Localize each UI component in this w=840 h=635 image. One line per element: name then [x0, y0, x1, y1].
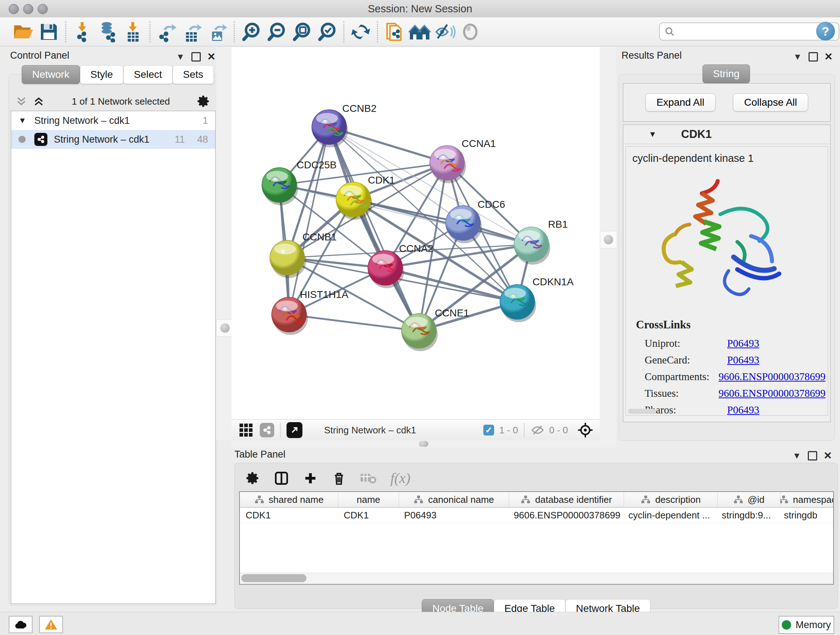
crosslink-link[interactable]: P06493: [727, 337, 759, 349]
share-document-button[interactable]: [382, 19, 407, 44]
grid-view-icon[interactable]: [240, 424, 253, 437]
export-image-button[interactable]: [205, 19, 230, 44]
birds-eye-icon[interactable]: [577, 422, 593, 438]
column-header-database-identifier[interactable]: database identifier: [509, 492, 624, 507]
left-splitter[interactable]: [216, 47, 232, 440]
control-panel-float-icon[interactable]: [191, 52, 201, 62]
column-header-description[interactable]: description: [624, 492, 718, 507]
show-columns-icon[interactable]: [274, 470, 289, 486]
right-splitter[interactable]: [600, 47, 616, 440]
refresh-view-button[interactable]: [348, 19, 373, 44]
tab-style[interactable]: Style: [80, 65, 123, 84]
edge-count: 48: [197, 134, 208, 145]
network-collection-label: String Network – cdk1: [34, 115, 130, 126]
table-cell: stringdb: [778, 508, 834, 523]
table-panel-menu-icon[interactable]: ▼: [793, 451, 801, 461]
collapse-all-button[interactable]: Collapse All: [733, 93, 808, 111]
table-row[interactable]: CDK1CDK1P064939606.ENSP00000378699cyclin…: [240, 508, 833, 523]
export-table-button[interactable]: [180, 19, 205, 44]
network-node-CDC6[interactable]: CDC6: [446, 199, 505, 243]
column-header-shared-name[interactable]: shared name: [240, 492, 338, 507]
results-panel-float-icon[interactable]: [808, 52, 818, 62]
network-node-RB1[interactable]: RB1: [514, 219, 568, 264]
splitter-handle-icon[interactable]: [419, 441, 428, 447]
table-panel-float-icon[interactable]: [808, 451, 817, 461]
tab-select[interactable]: Select: [123, 65, 172, 84]
export-table-icon: [182, 21, 202, 42]
results-panel-close-icon[interactable]: ✕: [824, 51, 833, 63]
search-input[interactable]: [679, 26, 834, 38]
column-header--id[interactable]: @id: [718, 492, 780, 507]
table-panel-close-icon[interactable]: ✕: [824, 450, 832, 462]
column-header-canonical-name[interactable]: canonical name: [399, 492, 509, 507]
network-selection-status: 1 of 1 Network selected: [45, 96, 197, 107]
column-header-name[interactable]: name: [338, 492, 399, 507]
zoom-selected-button[interactable]: [314, 19, 340, 44]
network-row[interactable]: String Network – cdk1 11 48: [11, 130, 215, 149]
network-node-CDKN1A[interactable]: CDKN1A: [500, 276, 574, 322]
show-details-gray-button[interactable]: [458, 19, 483, 44]
help-button[interactable]: ?: [816, 22, 835, 41]
network-edge-HIST1H1A-CCNE1[interactable]: [289, 315, 419, 331]
import-table-button[interactable]: [120, 19, 146, 44]
selected-checkbox-icon[interactable]: ✓: [483, 424, 494, 435]
node-label-HIST1H1A: HIST1H1A: [300, 289, 348, 300]
zoom-fit-icon: [291, 21, 312, 42]
string-view-icon[interactable]: [260, 423, 274, 437]
network-node-CCNB2[interactable]: CCNB2: [312, 103, 377, 147]
table-hscroll-thumb[interactable]: [241, 574, 306, 582]
hidden-eye-icon[interactable]: [531, 424, 545, 436]
open-file-button[interactable]: [11, 19, 36, 44]
network-collection-row[interactable]: ▼ String Network – cdk1 1: [11, 111, 215, 130]
import-network-icon: [72, 21, 93, 42]
gear-icon[interactable]: [197, 95, 210, 108]
control-panel-menu-icon[interactable]: ▼: [176, 52, 185, 62]
table-settings-gear-icon[interactable]: [246, 471, 260, 486]
crosslink-link[interactable]: 9606.ENSP00000378699: [718, 371, 826, 383]
splitter-handle-icon[interactable]: [604, 235, 613, 244]
control-panel-close-icon[interactable]: ✕: [207, 51, 216, 63]
protein-section-header[interactable]: ▼ CDK1: [623, 125, 830, 144]
zoom-fit-button[interactable]: [289, 19, 314, 44]
home-layout-button[interactable]: [407, 19, 432, 44]
expand-all-icon[interactable]: [33, 95, 45, 108]
import-database-button[interactable]: [95, 19, 120, 44]
horizontal-splitter[interactable]: [232, 440, 616, 448]
cloud-button[interactable]: [9, 616, 33, 633]
crosslink-link[interactable]: 9606.ENSP00000378699: [718, 387, 826, 399]
network-canvas[interactable]: CCNB2CCNA1CDC25BCDK1CDC6RB1CCNB1CCNA2CDK…: [232, 47, 600, 419]
results-scroll-thumb[interactable]: [628, 409, 656, 414]
network-node-CCNA1[interactable]: CCNA1: [430, 138, 496, 183]
crosslink-link[interactable]: P06493: [727, 354, 759, 366]
network-node-HIST1H1A[interactable]: HIST1H1A: [272, 289, 348, 335]
save-session-button[interactable]: [36, 19, 62, 44]
network-edge-CCNB2-CCNE1[interactable]: [329, 127, 419, 331]
tab-network[interactable]: Network: [22, 65, 80, 84]
splitter-handle-icon[interactable]: [220, 323, 230, 333]
memory-button[interactable]: Memory: [778, 616, 834, 634]
network-node-CDK1[interactable]: CDK1: [336, 174, 395, 220]
tree-expanded-icon[interactable]: ▼: [19, 116, 27, 125]
zoom-out-button[interactable]: [264, 19, 289, 44]
expand-all-button[interactable]: Expand All: [645, 93, 715, 111]
tab-sets[interactable]: Sets: [172, 65, 214, 84]
open-in-window-icon[interactable]: [286, 422, 302, 438]
import-network-button[interactable]: [70, 19, 95, 44]
node-label-CCNB1: CCNB1: [302, 231, 337, 242]
tab-string[interactable]: String: [703, 65, 750, 83]
results-panel-menu-icon[interactable]: ▼: [793, 52, 802, 62]
network-edge-CCNB2-HIST1H1A[interactable]: [289, 127, 329, 315]
delete-column-icon[interactable]: [332, 470, 346, 486]
add-column-icon[interactable]: [303, 470, 318, 486]
export-network-button[interactable]: [154, 19, 180, 44]
zoom-in-button[interactable]: [238, 19, 264, 44]
column-header-namespace[interactable]: namespace: [780, 492, 834, 507]
network-node-CCNB1[interactable]: CCNB1: [270, 231, 337, 278]
crosslink-link[interactable]: P06493: [727, 404, 759, 416]
section-expanded-icon[interactable]: ▼: [649, 130, 657, 139]
collapse-all-icon[interactable]: [15, 95, 27, 108]
hide-details-button[interactable]: [432, 19, 458, 44]
table-hscrollbar[interactable]: [240, 573, 833, 584]
warning-button[interactable]: [39, 616, 63, 633]
search-box[interactable]: [659, 22, 839, 41]
